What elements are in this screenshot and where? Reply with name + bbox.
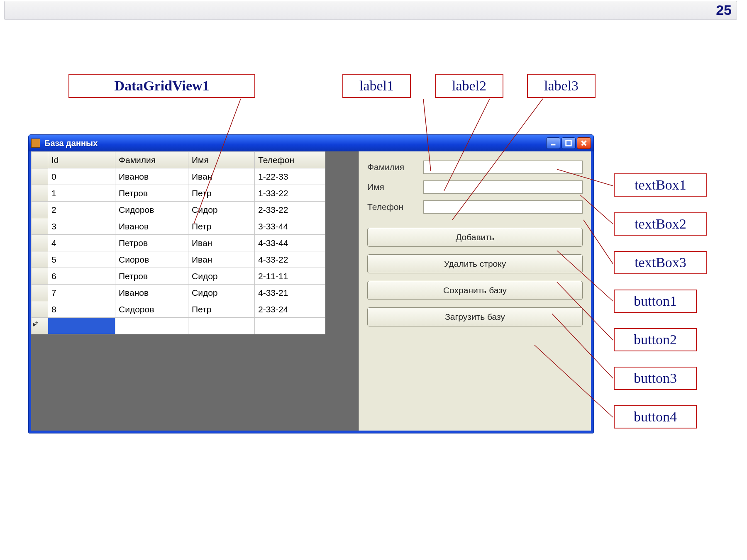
- grid-corner[interactable]: [32, 152, 48, 168]
- input-phone[interactable]: [423, 200, 583, 214]
- cell-nam[interactable]: Иван: [188, 235, 255, 251]
- cell-id[interactable]: 4: [48, 235, 115, 251]
- cell-nam[interactable]: Петр: [188, 218, 255, 235]
- label-phone: Телефон: [367, 202, 423, 212]
- cell-fam[interactable]: Иванов: [115, 285, 188, 301]
- new-row[interactable]: [32, 318, 325, 334]
- load-button[interactable]: Загрузить базу: [367, 307, 583, 326]
- cell-tel[interactable]: 2-33-22: [255, 202, 325, 218]
- row-header[interactable]: [32, 218, 48, 235]
- annotation-label1: label1: [342, 74, 411, 98]
- input-surname[interactable]: [423, 161, 583, 174]
- row-header[interactable]: [32, 202, 48, 218]
- table-row[interactable]: 4ПетровИван4-33-44: [32, 235, 325, 251]
- table-row[interactable]: 5СиоровИван4-33-22: [32, 251, 325, 268]
- annotation-button1: button1: [614, 290, 697, 313]
- title-bar[interactable]: База данных: [29, 135, 593, 151]
- annotation-label3: label3: [527, 74, 596, 98]
- cell-fam[interactable]: [115, 318, 188, 334]
- app-window: База данных Id Фамилия Имя Телефон 0Иван…: [28, 134, 594, 433]
- row-header[interactable]: [32, 268, 48, 285]
- row-header[interactable]: [32, 251, 48, 268]
- minimize-button[interactable]: [546, 137, 560, 149]
- delete-button[interactable]: Удалить строку: [367, 254, 583, 273]
- cell-nam[interactable]: Иван: [188, 168, 255, 185]
- row-header-new[interactable]: [32, 318, 48, 334]
- cell-tel[interactable]: 4-33-44: [255, 235, 325, 251]
- cell-tel[interactable]: 2-11-11: [255, 268, 325, 285]
- cell-nam[interactable]: Петр: [188, 301, 255, 318]
- table-row[interactable]: 0ИвановИван1-22-33: [32, 168, 325, 185]
- close-button[interactable]: [577, 137, 591, 149]
- cell-fam[interactable]: Иванов: [115, 168, 188, 185]
- grid-header-tel[interactable]: Телефон: [255, 152, 325, 168]
- save-button[interactable]: Сохранить базу: [367, 281, 583, 300]
- row-header[interactable]: [32, 168, 48, 185]
- cell-nam[interactable]: [188, 318, 255, 334]
- cell-tel[interactable]: 1-33-22: [255, 185, 325, 202]
- row-header[interactable]: [32, 185, 48, 202]
- row-header[interactable]: [32, 285, 48, 301]
- cell-nam[interactable]: Петр: [188, 185, 255, 202]
- cell-nam[interactable]: Сидор: [188, 268, 255, 285]
- annotation-textbox1: textBox1: [614, 173, 707, 197]
- slide-number: 25: [716, 2, 732, 18]
- cell-id[interactable]: 5: [48, 251, 115, 268]
- grid-header-fam[interactable]: Фамилия: [115, 152, 188, 168]
- add-button[interactable]: Добавить: [367, 228, 583, 247]
- annotation-button3: button3: [614, 367, 697, 390]
- cell-fam[interactable]: Сидоров: [115, 202, 188, 218]
- cell-tel[interactable]: 4-33-21: [255, 285, 325, 301]
- cell-tel[interactable]: 3-33-44: [255, 218, 325, 235]
- cell-tel[interactable]: [255, 318, 325, 334]
- table-row[interactable]: 3ИвановПетр3-33-44: [32, 218, 325, 235]
- cell-id[interactable]: 1: [48, 185, 115, 202]
- cell-id[interactable]: 2: [48, 202, 115, 218]
- slide-top-bar: 25: [4, 1, 737, 20]
- maximize-button[interactable]: [561, 137, 576, 149]
- data-grid[interactable]: Id Фамилия Имя Телефон 0ИвановИван1-22-3…: [31, 151, 325, 334]
- grid-header-nam[interactable]: Имя: [188, 152, 255, 168]
- cell-fam[interactable]: Петров: [115, 235, 188, 251]
- cell-tel[interactable]: 4-33-22: [255, 251, 325, 268]
- row-header[interactable]: [32, 301, 48, 318]
- data-grid-container: Id Фамилия Имя Телефон 0ИвановИван1-22-3…: [31, 151, 359, 431]
- cell-id[interactable]: 8: [48, 301, 115, 318]
- input-name[interactable]: [423, 180, 583, 194]
- cell-fam[interactable]: Сидоров: [115, 301, 188, 318]
- table-row[interactable]: 7ИвановСидор4-33-21: [32, 285, 325, 301]
- table-row[interactable]: 2СидоровСидор2-33-22: [32, 202, 325, 218]
- cell-id[interactable]: [48, 318, 115, 334]
- cell-nam[interactable]: Иван: [188, 251, 255, 268]
- cell-nam[interactable]: Сидор: [188, 285, 255, 301]
- cell-fam[interactable]: Сиоров: [115, 251, 188, 268]
- form-panel: Фамилия Имя Телефон Добавить Удалить стр…: [359, 151, 591, 431]
- table-row[interactable]: 6ПетровСидор2-11-11: [32, 268, 325, 285]
- svg-rect-1: [566, 141, 571, 146]
- cell-nam[interactable]: Сидор: [188, 202, 255, 218]
- cell-tel[interactable]: 2-33-24: [255, 301, 325, 318]
- annotation-textbox2: textBox2: [614, 212, 707, 236]
- table-row[interactable]: 1ПетровПетр1-33-22: [32, 185, 325, 202]
- annotation-button4: button4: [614, 405, 697, 429]
- table-row[interactable]: 8СидоровПетр2-33-24: [32, 301, 325, 318]
- cell-id[interactable]: 0: [48, 168, 115, 185]
- app-icon: [31, 139, 40, 148]
- cell-fam[interactable]: Петров: [115, 268, 188, 285]
- window-title: База данных: [44, 139, 98, 148]
- label-surname: Фамилия: [367, 162, 423, 172]
- cell-id[interactable]: 7: [48, 285, 115, 301]
- cell-id[interactable]: 6: [48, 268, 115, 285]
- annotation-label2: label2: [435, 74, 503, 98]
- annotation-datagrid: DataGridView1: [68, 74, 255, 98]
- annotation-textbox3: textBox3: [614, 251, 707, 274]
- grid-header-id[interactable]: Id: [48, 152, 115, 168]
- cell-id[interactable]: 3: [48, 218, 115, 235]
- annotation-button2: button2: [614, 328, 697, 351]
- cell-tel[interactable]: 1-22-33: [255, 168, 325, 185]
- label-name: Имя: [367, 182, 423, 192]
- row-header[interactable]: [32, 235, 48, 251]
- cell-fam[interactable]: Петров: [115, 185, 188, 202]
- cell-fam[interactable]: Иванов: [115, 218, 188, 235]
